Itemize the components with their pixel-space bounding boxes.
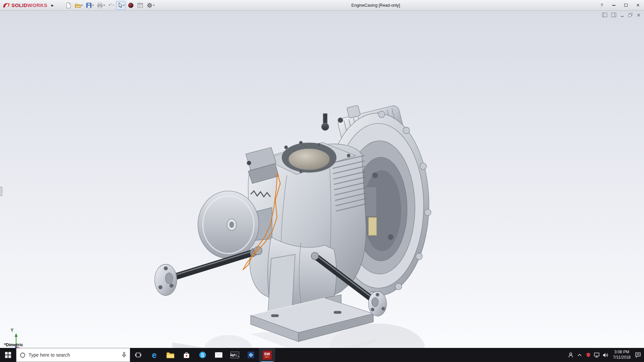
clock-time: 3:08 PM [613, 350, 631, 355]
options-button[interactable]: ▾ [145, 1, 156, 10]
action-center-button[interactable] [634, 348, 642, 362]
solidworks-app-button[interactable]: SW 2017 [259, 348, 275, 362]
microphone-icon[interactable] [122, 352, 126, 358]
hidden-icons-button[interactable] [575, 348, 584, 362]
skype-icon [199, 351, 206, 359]
restore-icon [624, 4, 628, 7]
task-view-icon [135, 352, 142, 358]
windows-logo-icon [5, 352, 11, 358]
pane-right-icon[interactable] [611, 13, 616, 17]
windows-taskbar: e &gt;_ S [0, 348, 644, 362]
terminal-app-button[interactable]: &gt;_ [227, 348, 243, 362]
undo-icon: ↶ [108, 2, 113, 8]
volume-icon [603, 353, 608, 358]
system-tray: 3:08 PM 7/11/2018 [567, 348, 644, 362]
new-document-button[interactable] [64, 1, 73, 10]
brand-works: WORKS [28, 2, 48, 8]
doc-minimize-icon[interactable] [620, 13, 624, 17]
people-icon [568, 352, 574, 358]
save-caret-icon[interactable]: ▾ [92, 4, 94, 7]
photos-icon [247, 351, 255, 359]
view-orientation-label: *Dimetric [4, 342, 23, 347]
pane-left-icon[interactable] [602, 13, 607, 17]
antivirus-tray-button[interactable] [584, 348, 593, 362]
menu-flyout-arrow[interactable]: ▶ [49, 2, 55, 9]
solidworks-icon: SW 2017 [263, 351, 272, 360]
close-button[interactable]: ✕ [632, 0, 644, 10]
doc-close-icon[interactable] [637, 13, 641, 17]
skype-app-button[interactable] [195, 348, 211, 362]
options-gear-icon [147, 2, 153, 8]
edge-app-button[interactable]: e [146, 348, 162, 362]
engine-casing-model[interactable] [148, 101, 436, 362]
undo-button[interactable]: ↶ ▾ [107, 1, 115, 10]
solidworks-icon-year: 2017 [265, 356, 269, 358]
ignition-stem[interactable] [323, 114, 327, 123]
properties-sheet-icon [137, 2, 143, 8]
appearance-sphere-icon [128, 2, 134, 8]
network-icon [594, 353, 600, 358]
window-controls: ? ✕ [596, 0, 644, 10]
print-button[interactable]: ▾ [96, 1, 106, 10]
task-view-button[interactable] [130, 348, 146, 362]
action-center-icon [635, 352, 641, 358]
edge-icon: e [152, 351, 157, 359]
document-window-controls [602, 13, 641, 17]
chevron-up-icon [577, 353, 582, 357]
open-folder-icon [75, 2, 81, 8]
photos-app-button[interactable] [243, 348, 259, 362]
panel-collapse-handle[interactable] [0, 187, 2, 196]
axis-y-label: Y [11, 328, 13, 333]
ds-swirl-icon [3, 2, 10, 9]
save-floppy-icon [86, 2, 92, 8]
standard-toolbar: ▾ ▾ ▾ ↶ ▾ ▾ [64, 0, 156, 10]
select-cursor-icon [117, 2, 123, 8]
solidworks-icon-text: SW [264, 352, 270, 356]
cortana-ring-icon [20, 352, 25, 358]
minimize-button[interactable] [608, 0, 620, 10]
brand-solid: SOLID [11, 2, 28, 8]
save-button[interactable]: ▾ [85, 1, 95, 10]
volume-tray-button[interactable] [601, 348, 610, 362]
file-explorer-button[interactable] [162, 348, 178, 362]
titlebar: SOLIDWORKS ▶ ▾ ▾ [0, 0, 644, 11]
new-document-icon [65, 2, 71, 8]
select-caret-icon[interactable]: ▾ [123, 4, 124, 7]
taskbar-clock[interactable]: 3:08 PM 7/11/2018 [610, 350, 634, 360]
help-button[interactable]: ? [596, 0, 608, 10]
solidworks-logo: SOLIDWORKS [0, 2, 49, 9]
print-caret-icon[interactable]: ▾ [103, 4, 105, 7]
doc-restore-icon[interactable] [628, 13, 633, 17]
graphics-viewport[interactable]: Y X *Dimetric [0, 11, 644, 348]
open-document-button[interactable]: ▾ [73, 1, 84, 10]
print-icon [97, 2, 103, 8]
document-title: EngineCasing [Read-only] [156, 3, 596, 8]
options-caret-icon[interactable]: ▾ [153, 4, 154, 7]
undo-caret-icon[interactable]: ▾ [113, 4, 114, 7]
appearance-button[interactable] [126, 1, 135, 10]
ignition-knob[interactable] [321, 123, 329, 130]
taskbar-search[interactable] [16, 348, 130, 362]
left-mount-shaft[interactable] [155, 247, 262, 296]
small-knob[interactable] [338, 118, 343, 123]
minimize-icon [612, 5, 615, 6]
mail-app-button[interactable] [211, 348, 227, 362]
open-caret-icon[interactable]: ▾ [81, 4, 83, 7]
file-explorer-icon [166, 352, 174, 358]
mail-envelope-icon [215, 352, 223, 358]
select-tool-button[interactable]: ▾ [116, 1, 126, 10]
network-tray-button[interactable] [593, 348, 601, 362]
clock-date: 7/11/2018 [613, 355, 631, 360]
store-app-button[interactable] [178, 348, 195, 362]
people-button[interactable] [567, 348, 575, 362]
restore-button[interactable] [620, 0, 632, 10]
start-button[interactable] [0, 348, 16, 362]
properties-button[interactable] [136, 1, 145, 10]
search-input[interactable] [29, 352, 119, 358]
engine-assembly[interactable] [155, 101, 431, 342]
shield-icon [586, 352, 591, 358]
store-bag-icon [183, 351, 190, 359]
terminal-icon: &gt;_ [230, 352, 239, 358]
